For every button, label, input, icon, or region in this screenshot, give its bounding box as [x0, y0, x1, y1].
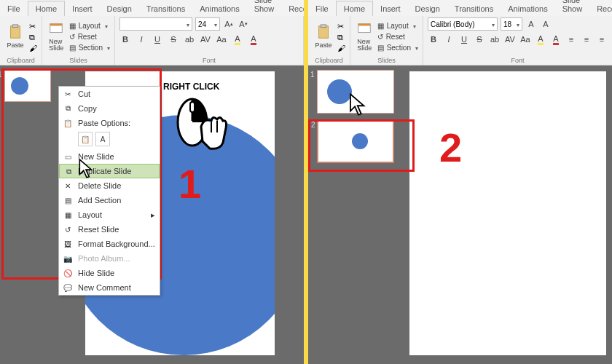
reset-button[interactable]: ↺Reset [377, 31, 418, 42]
slides-group-label: Slides [42, 57, 114, 64]
section-button[interactable]: ▤Section [69, 42, 110, 53]
section-icon: ▤ [377, 44, 384, 52]
tab-insert[interactable]: Insert [373, 1, 408, 16]
font-color-button[interactable]: A [550, 33, 562, 45]
ctx-hide-slide[interactable]: 🚫Hide Slide [59, 266, 160, 280]
panel-step2: File Home Insert Design Transitions Anim… [308, 0, 612, 364]
shadow-button[interactable]: ab [489, 33, 501, 45]
underline-button[interactable]: U [458, 33, 470, 45]
italic-button[interactable]: I [136, 33, 147, 45]
tab-insert[interactable]: Insert [65, 1, 100, 16]
paste-button[interactable]: Paste [4, 17, 26, 55]
slides-group-label: Slides [350, 57, 423, 64]
tab-home[interactable]: Home [28, 1, 65, 16]
reset-button[interactable]: ↺Reset [69, 31, 110, 42]
ctx-new-slide[interactable]: ▭New Slide [59, 149, 160, 164]
ctx-reset-slide[interactable]: ↺Reset Slide [59, 222, 160, 237]
cursor-icon [349, 93, 368, 116]
ctx-format-background[interactable]: 🖼Format Background... [59, 237, 160, 251]
ctx-layout[interactable]: ▦Layout▸ [59, 207, 160, 222]
ctx-delete-slide[interactable]: ✕Delete Slide [59, 178, 160, 193]
comment-icon: 💬 [63, 282, 73, 293]
font-name-select[interactable] [119, 17, 192, 31]
font-size-select[interactable]: 24 [195, 17, 220, 31]
panel-step1: File Home Insert Design Transitions Anim… [0, 0, 304, 364]
copy-icon[interactable]: ⧉ [29, 33, 37, 42]
tab-transitions[interactable]: Transitions [139, 1, 192, 16]
format-painter-icon[interactable]: 🖌 [337, 44, 345, 52]
shadow-button[interactable]: ab [184, 33, 195, 45]
font-size-select[interactable]: 18 [501, 17, 522, 31]
paste-button[interactable]: Paste [313, 17, 334, 55]
layout-icon: ▦ [69, 22, 76, 30]
paste-icon: 📋 [63, 118, 73, 128]
layout-button[interactable]: ▦Layout [69, 20, 110, 31]
grow-font-button[interactable]: A [525, 18, 537, 30]
tab-file[interactable]: File [0, 1, 28, 16]
grow-font-button[interactable]: A▴ [223, 18, 235, 30]
strike-button[interactable]: S [168, 33, 179, 45]
shrink-font-button[interactable]: A▾ [238, 18, 249, 30]
slide-thumbnail-1[interactable]: 1 [4, 70, 51, 102]
align-left-button[interactable]: ≡ [565, 33, 577, 45]
cut-icon[interactable]: ✂ [337, 22, 345, 31]
slide-thumbnail-2[interactable]: 2 [317, 119, 394, 163]
tab-animations[interactable]: Animations [192, 1, 246, 16]
font-name-select[interactable]: Calibri (Body) [428, 17, 498, 31]
ribbon: Paste ✂ ⧉ 🖌 Clipboard New Slide [0, 16, 304, 66]
thumbnail-circle-shape [352, 133, 368, 149]
case-button[interactable]: Aa [519, 33, 531, 45]
context-menu: ✂Cut ⧉Copy 📋Paste Options: 📋 A ▭New Slid… [58, 86, 160, 296]
highlight-button[interactable]: A [535, 33, 546, 45]
layout-icon: ▦ [377, 22, 384, 30]
tab-record[interactable]: Record [281, 1, 304, 16]
underline-button[interactable]: U [152, 33, 163, 45]
copy-icon[interactable]: ⧉ [337, 33, 345, 42]
ctx-duplicate-slide[interactable]: ⧉Duplicate Slide [59, 164, 160, 178]
copy-icon: ⧉ [63, 103, 73, 114]
tab-slideshow[interactable]: Slide Show [555, 0, 590, 16]
highlight-button[interactable]: A [232, 33, 243, 45]
tab-animations[interactable]: Animations [501, 1, 554, 16]
spacing-button[interactable]: AV [200, 33, 211, 45]
clipboard-group-label: Clipboard [308, 57, 350, 64]
spacing-button[interactable]: AV [504, 33, 516, 45]
tab-record[interactable]: Record [589, 1, 612, 16]
italic-button[interactable]: I [443, 33, 455, 45]
slide-canvas[interactable] [409, 71, 606, 355]
new-slide-button[interactable]: New Slide [355, 17, 374, 55]
align-center-button[interactable]: ≡ [581, 33, 592, 45]
shrink-font-button[interactable]: A [540, 18, 552, 30]
ctx-copy[interactable]: ⧉Copy [59, 101, 160, 116]
ctx-add-section[interactable]: ▤Add Section [59, 193, 160, 207]
format-painter-icon[interactable]: 🖌 [29, 44, 37, 52]
reset-icon: ↺ [63, 224, 73, 234]
ctx-new-comment[interactable]: 💬New Comment [59, 280, 160, 295]
strike-button[interactable]: S [474, 33, 485, 45]
tab-design[interactable]: Design [408, 1, 447, 16]
new-slide-icon: ▭ [63, 151, 73, 162]
paste-keep-source[interactable]: 📋 [78, 132, 93, 146]
tab-file[interactable]: File [308, 1, 336, 16]
bold-button[interactable]: B [119, 33, 131, 45]
cut-icon[interactable]: ✂ [29, 22, 37, 31]
new-slide-button[interactable]: New Slide [47, 17, 66, 55]
case-button[interactable]: Aa [216, 33, 227, 45]
font-color-button[interactable]: A [248, 33, 259, 45]
tab-transitions[interactable]: Transitions [447, 1, 501, 16]
new-slide-icon [48, 21, 64, 37]
new-slide-label: New Slide [49, 39, 63, 52]
font-group-label: Font [423, 57, 612, 64]
ctx-cut[interactable]: ✂Cut [59, 87, 160, 101]
tab-home[interactable]: Home [336, 1, 373, 16]
layout-button[interactable]: ▦Layout [377, 20, 418, 31]
chevron-right-icon: ▸ [151, 210, 155, 220]
paste-text-only[interactable]: A [95, 132, 110, 146]
bold-button[interactable]: B [428, 33, 439, 45]
tab-design[interactable]: Design [100, 1, 139, 16]
align-right-button[interactable]: ≡ [596, 33, 608, 45]
thumbnail-number: 1 [0, 71, 2, 79]
tab-slideshow[interactable]: Slide Show [247, 0, 282, 16]
cursor-icon [79, 159, 95, 179]
section-button[interactable]: ▤Section [377, 42, 418, 53]
